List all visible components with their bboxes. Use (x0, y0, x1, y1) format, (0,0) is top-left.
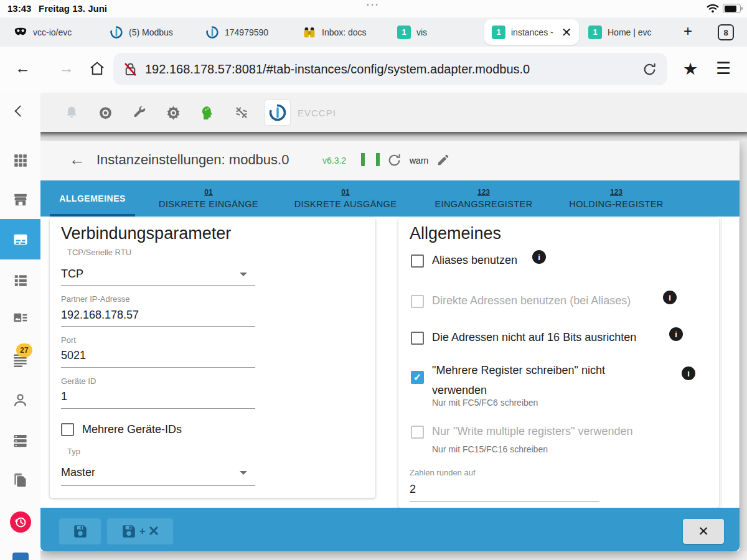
log-count-badge: 27 (16, 343, 32, 357)
browser-tab-number[interactable]: 174979590 (205, 17, 268, 47)
save-and-close-button[interactable]: + ✕ (107, 518, 173, 544)
expert-mode-off-icon[interactable] (234, 105, 249, 120)
port-label: Port (61, 335, 76, 345)
wifi-icon (707, 4, 719, 13)
reload-button[interactable] (642, 62, 657, 77)
browser-toolbar: ← → 192.168.178.57:8081/#tab-instances/c… (0, 47, 747, 92)
adapter-version: v6.3.2 (322, 156, 346, 166)
info-icon[interactable]: i (682, 366, 695, 380)
no-align-16bit-checkbox[interactable] (411, 332, 424, 345)
tab-title: vis (416, 27, 427, 37)
dialog-header: ← Instanzeinstellungen: modbus.0 v6.3.2 … (40, 141, 740, 180)
aliases-checkbox[interactable] (411, 254, 424, 268)
log-level-label: warn (410, 156, 428, 166)
ip-input[interactable]: 192.168.178.57 (61, 309, 139, 322)
tab-diskrete-eingaenge[interactable]: 01 DISKRETE EINGÄNGE (140, 180, 277, 217)
connection-settings-card: Verbindungsparameter TCP/Serielle RTU TC… (50, 218, 375, 498)
plus-icon: + (139, 525, 146, 538)
tab-title: (5) Modbus (129, 27, 173, 37)
sidebar-item-instances-active[interactable] (0, 219, 40, 259)
sidebar-item-enums[interactable] (0, 309, 40, 326)
insecure-lock-icon[interactable] (122, 61, 139, 78)
browser-tab-strip: vcc-io/evc (5) Modbus 174979590 Inbox: d… (0, 17, 747, 47)
round-input[interactable]: 2 (410, 483, 416, 496)
brightness-gear-icon[interactable] (166, 105, 181, 121)
tab-allgemeines[interactable]: ALLGEMEINES (50, 180, 135, 217)
tab-holding-register[interactable]: 123 HOLDING-REGISTER (548, 180, 685, 217)
type-select-value[interactable]: TCP (61, 268, 83, 281)
visibility-eye-icon[interactable] (98, 105, 113, 121)
tab-overview-button[interactable]: 8 (718, 24, 734, 40)
notifications-bell-icon[interactable] (64, 105, 79, 120)
binoculars-icon (303, 26, 316, 39)
card-heading: Allgemeines (410, 224, 501, 243)
sidebar-item-objects[interactable] (0, 273, 40, 289)
url-text[interactable]: 192.168.178.57:8081/#tab-instances/confi… (145, 62, 530, 77)
pause-instance-icon[interactable] (361, 153, 380, 166)
dialog-backdrop-right (740, 141, 747, 551)
new-tab-button[interactable]: + (684, 22, 692, 40)
tab-title: instances - (511, 27, 553, 37)
tab-close-icon[interactable]: ✕ (561, 25, 572, 40)
tab-eingangsregister[interactable]: 123 EINGANGSREGISTER (415, 180, 552, 217)
iobroker-icon (205, 26, 219, 39)
ai-head-icon[interactable] (200, 105, 215, 121)
round-label: Zahlen runden auf (410, 468, 476, 477)
dialog-backdrop-top (40, 132, 747, 141)
tab-diskrete-ausgaenge[interactable]: 01 DISKRETE AUSGÄNGE (277, 180, 414, 217)
status-bar: 13:43 Freitag 13. Juni ••• (0, 0, 747, 17)
port-input[interactable]: 5021 (61, 349, 86, 362)
only-write-multiple-checkbox (411, 426, 424, 439)
info-icon[interactable]: i (532, 250, 546, 264)
ip-label: Partner IP-Adresse (61, 294, 130, 304)
dialog-back-button[interactable]: ← (69, 150, 85, 169)
sidebar-item-backitup[interactable] (0, 511, 40, 533)
card-heading: Verbindungsparameter (61, 224, 231, 243)
tab-title: Inbox: docs (322, 27, 367, 37)
device-id-input[interactable]: 1 (61, 390, 67, 403)
browser-tab-vis[interactable]: 1 vis (397, 17, 427, 47)
wrench-icon[interactable] (132, 105, 147, 120)
dialog-scrollbar[interactable] (721, 218, 740, 508)
mask-icon (14, 26, 27, 39)
chevron-down-icon[interactable] (240, 273, 247, 276)
host-name: EVCCPI (298, 108, 336, 118)
only-write-multiple-label: Nur "Write multiple registers" verwenden (432, 425, 633, 438)
backitup-clock-icon (10, 511, 31, 533)
sidebar-collapse-button[interactable] (0, 107, 40, 115)
info-icon[interactable]: i (669, 327, 683, 341)
back-button[interactable]: ← (15, 59, 31, 77)
multitask-dots-icon: ••• (349, 2, 398, 8)
save-button[interactable] (59, 518, 101, 544)
direct-addresses-checkbox (411, 295, 424, 308)
browser-tab-inbox[interactable]: Inbox: docs (303, 17, 367, 47)
restart-instance-icon[interactable] (387, 152, 402, 170)
sidebar-item-files[interactable] (0, 472, 40, 488)
home-button[interactable] (88, 60, 106, 80)
save-icon (72, 523, 88, 539)
browser-tab-instances-active[interactable]: 1 instances - ✕ (484, 19, 579, 45)
sidebar-item-hosts[interactable] (0, 432, 40, 449)
sidebar-item-adapters[interactable] (0, 192, 40, 208)
forward-button[interactable]: → (59, 59, 74, 77)
dialog-title: Instanzeinstellungen: modbus.0 (96, 152, 289, 168)
typ-select-value[interactable]: Master (61, 466, 95, 479)
close-dialog-button[interactable]: ✕ (683, 519, 724, 544)
sidebar-item-users[interactable] (0, 392, 40, 409)
url-bar[interactable]: 192.168.178.57:8081/#tab-instances/confi… (113, 53, 667, 85)
clock: 13:43 (7, 3, 31, 14)
browser-tab-modbus[interactable]: (5) Modbus (110, 17, 173, 47)
no-write-multiple-checkbox[interactable]: ✓ (411, 371, 424, 384)
bookmark-star-icon[interactable]: ★ (683, 59, 698, 79)
sidebar-item-overview[interactable] (0, 152, 40, 169)
info-icon[interactable]: i (663, 291, 677, 304)
sidebar-item-vis[interactable] (0, 553, 40, 560)
edit-pencil-icon[interactable] (436, 153, 450, 169)
browser-tab-home[interactable]: 1 Home | evc (588, 17, 652, 47)
browser-tab-evc[interactable]: vcc-io/evc (14, 17, 72, 47)
browser-menu-button[interactable]: ☰ (716, 58, 731, 78)
no-align-16bit-label: Die Adressen nicht auf 16 Bits ausrichte… (432, 331, 636, 344)
instances-card-icon (12, 231, 29, 248)
chevron-down-icon[interactable] (240, 471, 247, 475)
multi-device-ids-checkbox[interactable] (61, 423, 74, 436)
